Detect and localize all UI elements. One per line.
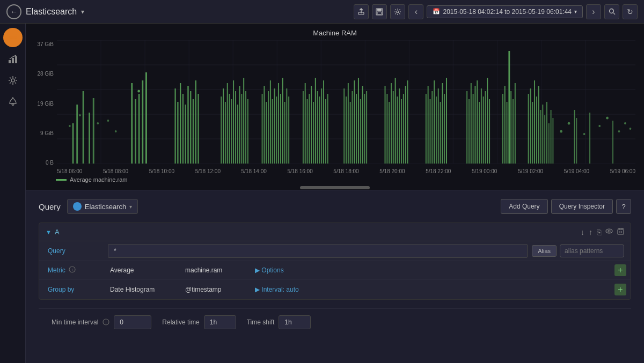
svg-rect-152	[508, 51, 510, 164]
sidebar-item-visualize[interactable]	[3, 49, 23, 69]
svg-rect-95	[315, 78, 316, 164]
add-groupby-button[interactable]: +	[614, 284, 626, 295]
svg-rect-103	[346, 97, 347, 164]
svg-rect-2	[377, 9, 382, 11]
svg-rect-153	[510, 91, 511, 164]
svg-rect-127	[428, 86, 429, 164]
svg-rect-72	[243, 78, 244, 164]
svg-rect-66	[231, 99, 232, 164]
svg-point-170	[568, 122, 570, 125]
svg-rect-57	[190, 91, 191, 164]
svg-rect-63	[225, 102, 226, 164]
svg-rect-85	[282, 78, 283, 164]
svg-rect-68	[235, 91, 236, 164]
svg-rect-83	[278, 83, 279, 164]
svg-rect-171	[574, 110, 575, 164]
svg-point-41	[79, 114, 81, 116]
settings-button[interactable]	[390, 4, 405, 19]
svg-rect-73	[245, 91, 246, 164]
metric-row: Metric i Average machine.ram ▶ Options +	[39, 261, 631, 280]
query-block-title: ▼ A	[46, 228, 60, 236]
move-down-icon[interactable]: ↓	[581, 228, 584, 236]
share-button[interactable]	[354, 4, 369, 19]
zoom-button[interactable]	[604, 4, 619, 19]
alias-group: Alias	[532, 245, 631, 257]
delete-icon[interactable]	[617, 228, 624, 236]
svg-line-6	[613, 13, 615, 14]
svg-rect-88	[288, 97, 289, 164]
help-button[interactable]: ?	[616, 199, 631, 214]
sidebar-item-settings[interactable]	[3, 71, 23, 90]
svg-rect-134	[442, 83, 443, 164]
metric-options-btn[interactable]: ▶ Options	[248, 262, 290, 278]
add-metric-button[interactable]: +	[614, 264, 626, 276]
relative-time-group: Relative time	[162, 315, 236, 329]
svg-point-175	[598, 125, 601, 127]
min-time-label: Min time interval	[52, 318, 98, 326]
query-inspector-button[interactable]: Query Inspector	[551, 199, 613, 214]
nav-prev-button[interactable]: ‹	[408, 4, 423, 19]
svg-rect-89	[303, 91, 304, 164]
chart-svg	[57, 40, 635, 164]
time-range-selector[interactable]: 📅 2015-05-18 04:02:14 to 2015-05-19 06:0…	[427, 5, 583, 18]
sidebar-item-datasources[interactable]	[3, 28, 23, 47]
min-time-input[interactable]	[114, 315, 151, 329]
svg-rect-35	[72, 123, 74, 164]
navbar-right: ‹ 📅 2015-05-18 04:02:14 to 2015-05-19 06…	[354, 4, 638, 19]
svg-rect-155	[515, 83, 516, 164]
svg-rect-139	[471, 83, 472, 164]
svg-rect-81	[274, 88, 275, 164]
x-label-5: 5/18 16:00	[287, 168, 312, 174]
datasource-selector[interactable]: Elasticsearch ▾	[67, 199, 138, 214]
svg-rect-140	[473, 94, 474, 164]
svg-rect-106	[352, 91, 353, 164]
datasource-dropdown-icon: ▾	[129, 204, 132, 210]
metric-info-icon[interactable]: i	[69, 266, 76, 274]
chevron-down-icon[interactable]: ▼	[46, 229, 52, 235]
svg-rect-105	[350, 102, 351, 164]
bottom-options: Min time interval i Relative time Time s…	[39, 308, 631, 336]
sidebar-item-alerts[interactable]	[3, 92, 23, 112]
navbar-left: ← Elasticsearch ▾	[6, 4, 84, 19]
query-header-left: Query Elasticsearch ▾	[39, 199, 138, 214]
svg-rect-38	[89, 113, 90, 164]
query-field-input[interactable]	[108, 244, 528, 258]
alias-button[interactable]: Alias	[532, 245, 557, 257]
query-block-actions: ↓ ↑ ⎘	[581, 227, 624, 236]
copy-icon[interactable]: ⎘	[597, 228, 601, 236]
save-button[interactable]	[372, 4, 387, 19]
svg-point-40	[69, 125, 71, 127]
metric-field-label: Metric	[48, 266, 65, 274]
back-button[interactable]: ←	[6, 4, 21, 19]
chart-scrollbar-thumb[interactable]	[300, 186, 370, 189]
groupby-interval-btn[interactable]: ▶ Interval: auto	[248, 281, 305, 298]
svg-rect-161	[538, 86, 539, 164]
y-label-4: 28 GiB	[37, 71, 54, 77]
svg-point-180	[630, 128, 632, 130]
svg-rect-132	[438, 88, 439, 164]
x-label-2: 5/18 10:00	[149, 168, 174, 174]
datasource-icon	[73, 202, 82, 211]
move-up-icon[interactable]: ↑	[589, 228, 592, 236]
query-panel: Query Elasticsearch ▾	[26, 190, 644, 363]
min-time-info-icon[interactable]: i	[103, 318, 109, 327]
content-area: Machine RAM 37 GiB 28 GiB 19 GiB 9 GiB 0…	[26, 24, 644, 363]
refresh-button[interactable]: ↻	[623, 4, 638, 19]
alias-input[interactable]	[560, 245, 624, 257]
relative-time-input[interactable]	[204, 315, 236, 329]
main-container: Machine RAM 37 GiB 28 GiB 19 GiB 9 GiB 0…	[0, 24, 644, 363]
x-label-12: 5/19 06:00	[610, 168, 635, 174]
svg-point-169	[560, 130, 562, 133]
add-query-button[interactable]: Add Query	[501, 199, 547, 214]
dropdown-chevron-icon: ▾	[81, 8, 84, 16]
svg-point-173	[583, 133, 586, 135]
datasource-title[interactable]: Elasticsearch	[26, 7, 77, 17]
nav-next-button[interactable]: ›	[586, 4, 601, 19]
svg-rect-168	[552, 118, 553, 164]
visibility-icon[interactable]	[605, 227, 613, 236]
svg-rect-120	[397, 97, 398, 164]
svg-rect-148	[489, 99, 490, 164]
svg-rect-97	[319, 97, 320, 164]
query-block-a: ▼ A ↓ ↑ ⎘	[39, 223, 631, 300]
time-shift-input[interactable]	[279, 315, 311, 329]
